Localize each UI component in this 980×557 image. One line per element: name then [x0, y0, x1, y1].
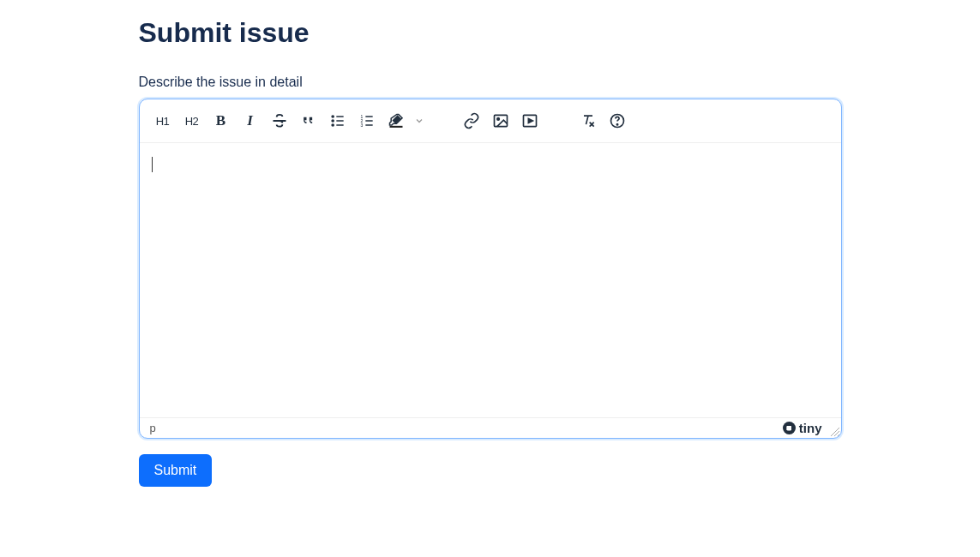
italic-button[interactable]: I [236, 106, 265, 135]
submit-button[interactable]: Submit [139, 454, 213, 487]
editor-toolbar: H1 H2 B I [140, 99, 841, 143]
svg-point-1 [332, 116, 334, 117]
tiny-brand-label: tiny [799, 421, 822, 435]
strikethrough-icon [271, 112, 288, 129]
text-cursor [152, 157, 153, 172]
help-icon [609, 112, 626, 129]
numbered-list-icon: 1 2 3 [358, 112, 376, 129]
link-icon [463, 112, 480, 129]
svg-marker-17 [528, 119, 532, 123]
resize-handle[interactable] [829, 426, 839, 436]
link-button[interactable] [457, 106, 486, 135]
blockquote-button[interactable] [294, 106, 323, 135]
svg-point-21 [616, 124, 617, 125]
heading2-icon: H2 [185, 115, 199, 128]
media-icon [521, 112, 538, 129]
heading1-icon: H1 [156, 115, 170, 128]
field-label: Describe the issue in detail [139, 75, 842, 90]
bullet-list-icon [329, 112, 346, 129]
clear-formatting-icon [580, 112, 597, 129]
bullet-list-button[interactable] [323, 106, 352, 135]
svg-line-24 [838, 434, 839, 436]
help-button[interactable] [603, 106, 632, 135]
svg-text:3: 3 [360, 123, 363, 128]
media-button[interactable] [515, 106, 544, 135]
bold-icon: B [216, 112, 225, 129]
italic-icon: I [247, 112, 253, 129]
element-path[interactable]: p [147, 420, 159, 436]
svg-point-2 [332, 120, 334, 122]
image-icon [492, 112, 509, 129]
blockquote-icon [300, 112, 317, 129]
highlight-icon [388, 112, 405, 129]
numbered-list-button[interactable]: 1 2 3 [352, 106, 382, 135]
tiny-branding[interactable]: tiny [783, 421, 834, 435]
image-button[interactable] [486, 106, 515, 135]
editor-content-area[interactable] [140, 143, 841, 417]
editor-statusbar: p tiny [140, 417, 841, 438]
svg-point-3 [332, 124, 334, 126]
rich-text-editor: H1 H2 B I [139, 99, 842, 439]
chevron-down-icon [414, 116, 424, 126]
tiny-logo-icon [783, 422, 796, 434]
resize-icon [829, 426, 839, 436]
svg-point-15 [496, 118, 499, 121]
svg-rect-13 [389, 126, 402, 128]
clear-formatting-button[interactable] [574, 106, 603, 135]
bold-button[interactable]: B [207, 106, 236, 135]
page-title: Submit issue [139, 17, 842, 49]
highlight-color-button[interactable] [382, 106, 411, 135]
heading1-button[interactable]: H1 [148, 106, 177, 135]
heading2-button[interactable]: H2 [177, 106, 207, 135]
strikethrough-button[interactable] [265, 106, 294, 135]
highlight-color-dropdown[interactable] [411, 106, 428, 135]
